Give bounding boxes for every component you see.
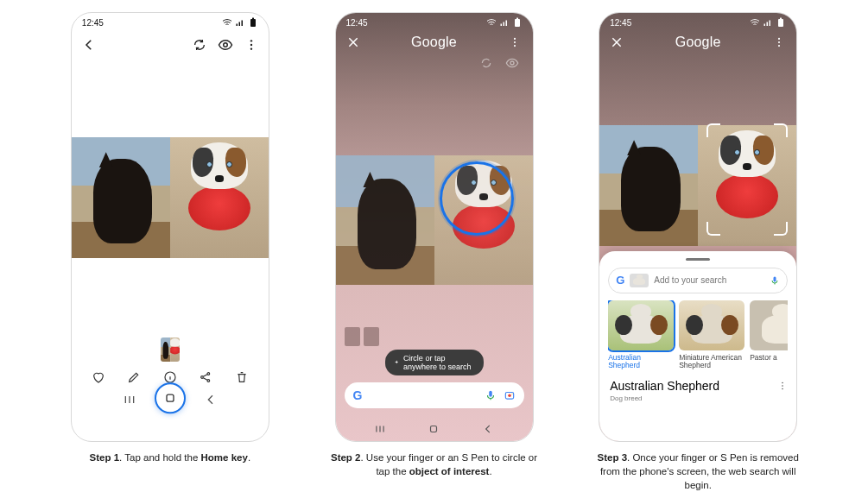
main-photo[interactable] [72, 137, 269, 258]
svg-point-7 [201, 376, 204, 379]
phone-frame-3: 12:45 Google [599, 12, 797, 442]
caption-step-label: Step 3 [598, 452, 628, 463]
eye-icon[interactable] [217, 36, 234, 54]
svg-point-26 [778, 45, 780, 47]
circle-selection[interactable] [440, 161, 514, 236]
result-card[interactable]: Australian Shepherd [608, 300, 674, 371]
svg-point-5 [250, 47, 252, 49]
home-button[interactable] [425, 420, 442, 438]
results-carousel[interactable]: Australian Shepherd Miniature American S… [608, 300, 788, 371]
mic-icon[interactable] [770, 275, 780, 286]
knowledge-panel-subtitle: Dog breed [608, 394, 788, 402]
result-image [608, 300, 674, 350]
result-label: Pastor a [750, 354, 788, 363]
back-button[interactable] [479, 420, 497, 438]
result-card[interactable]: Miniature American Shepherd [679, 300, 744, 371]
google-logo: Google [411, 35, 457, 50]
svg-point-13 [514, 38, 516, 40]
circle-search-header: Google [336, 34, 533, 51]
hint-text: Circle or tap anywhere to search [403, 354, 475, 371]
svg-rect-10 [167, 394, 174, 401]
query-image-chip[interactable] [630, 274, 649, 287]
results-overlay: 12:45 Google [599, 13, 796, 441]
status-time: 12:45 [82, 18, 104, 28]
svg-point-20 [511, 394, 512, 394]
more-icon[interactable] [770, 34, 788, 51]
eye-icon [504, 54, 521, 72]
result-card[interactable]: Pastor a [750, 300, 788, 371]
svg-point-16 [510, 61, 514, 65]
status-time: 12:45 [610, 18, 631, 28]
more-icon[interactable] [506, 34, 523, 51]
status-bar: 12:45 [336, 13, 533, 32]
wifi-icon [222, 17, 232, 28]
svg-point-2 [224, 43, 228, 47]
step2-caption: Step 2. Use your finger or an S Pen to c… [328, 451, 541, 478]
more-icon[interactable] [777, 381, 788, 391]
results-sheet[interactable]: G Australian Shepherd Miniature American… [599, 251, 796, 441]
search-bar[interactable]: G [608, 268, 788, 293]
remaster-icon [478, 54, 495, 72]
wifi-icon [750, 17, 760, 28]
back-icon[interactable] [80, 36, 98, 54]
favorite-icon[interactable] [90, 369, 107, 386]
home-button[interactable] [162, 389, 179, 407]
svg-point-8 [207, 373, 210, 375]
status-bar: 12:45 [599, 13, 796, 32]
thumbnail[interactable] [161, 337, 180, 362]
search-input[interactable] [654, 275, 764, 285]
svg-point-3 [250, 40, 252, 41]
knowledge-panel-title-row: Australian Shepherd [608, 379, 788, 393]
step3-caption: Step 3. Once your finger or S Pen is rem… [592, 451, 804, 492]
svg-point-9 [207, 380, 210, 382]
phone-frame-1: 12:45 [71, 12, 269, 442]
gallery-body [72, 58, 269, 441]
search-bar[interactable]: G [345, 382, 524, 408]
photo-cat-half [72, 137, 170, 258]
thumbnail-strip[interactable] [72, 337, 269, 362]
signal-icon [235, 17, 245, 28]
knowledge-panel-title: Australian Shepherd [610, 379, 719, 393]
android-nav-bar [72, 388, 269, 412]
close-icon[interactable] [345, 34, 362, 51]
photo-dog-half [170, 137, 269, 258]
status-right-icons [222, 17, 258, 28]
crop-selection[interactable] [706, 123, 788, 236]
step1-caption: Step 1. Tap and hold the Home key. [90, 451, 250, 464]
hint-pill: Circle or tap anywhere to search [385, 350, 484, 375]
svg-rect-1 [252, 18, 254, 20]
step2-column: 12:45 Google [328, 12, 541, 492]
svg-rect-12 [516, 18, 518, 20]
back-button[interactable] [202, 391, 219, 408]
svg-rect-23 [780, 18, 782, 20]
battery-icon [248, 17, 258, 28]
gallery-header [72, 32, 269, 58]
sheet-drag-handle[interactable] [686, 258, 710, 261]
caption-step-label: Step 1 [90, 452, 120, 463]
more-icon[interactable] [243, 36, 260, 54]
share-icon[interactable] [197, 369, 214, 386]
svg-rect-11 [515, 19, 520, 27]
delete-icon[interactable] [233, 369, 250, 386]
lens-icon[interactable] [504, 389, 516, 401]
step1-column: 12:45 [64, 12, 276, 492]
svg-rect-0 [250, 19, 256, 27]
remaster-icon[interactable] [191, 36, 208, 54]
svg-rect-22 [778, 19, 783, 27]
svg-rect-21 [431, 426, 437, 432]
battery-icon [776, 17, 786, 28]
status-time: 12:45 [346, 18, 368, 28]
svg-point-19 [508, 394, 511, 398]
recents-button[interactable] [371, 420, 389, 438]
edit-icon[interactable] [125, 369, 143, 386]
google-g-icon: G [616, 274, 624, 287]
thumbnail-strip-dimmed [345, 327, 379, 346]
circle-search-overlay: 12:45 Google [336, 13, 533, 441]
svg-point-4 [250, 44, 252, 46]
mic-icon[interactable] [485, 389, 497, 401]
caption-step-label: Step 2 [331, 452, 361, 463]
result-label: Miniature American Shepherd [679, 354, 744, 371]
close-icon[interactable] [608, 34, 625, 51]
result-image [750, 300, 788, 350]
recents-button[interactable] [121, 391, 138, 408]
